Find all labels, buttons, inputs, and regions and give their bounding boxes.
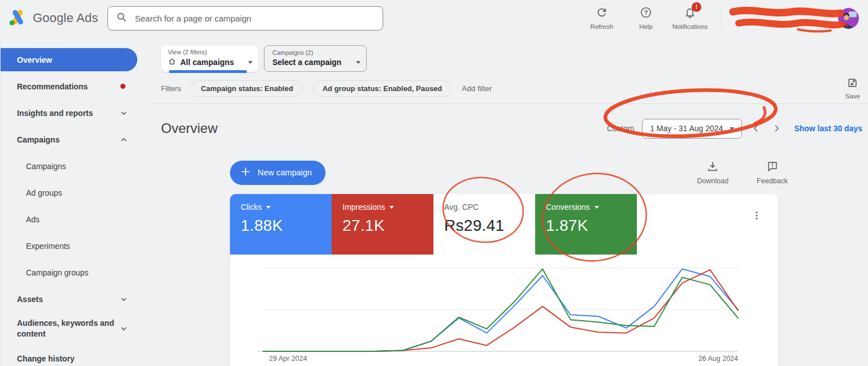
clicks-value: 1.88K bbox=[241, 217, 332, 235]
caret-down-icon bbox=[389, 206, 394, 209]
save-label: Save bbox=[845, 93, 860, 100]
svg-text:?: ? bbox=[644, 9, 648, 16]
previous-period-button[interactable] bbox=[750, 122, 762, 135]
main-content: View (2 filters) All campaigns Campaigns… bbox=[150, 36, 868, 366]
scorecard-conversions[interactable]: Conversions 1.87K bbox=[535, 194, 637, 255]
refresh-button[interactable]: Refresh bbox=[580, 6, 624, 30]
sidebar-item-experiments[interactable]: Experiments bbox=[1, 232, 150, 259]
new-campaign-button[interactable]: New campaign bbox=[230, 161, 326, 185]
brand-name: Google Ads bbox=[33, 11, 98, 25]
caret-down-icon bbox=[594, 206, 599, 209]
svg-text:!: ! bbox=[771, 162, 773, 169]
avg-cpc-value: Rs29.41 bbox=[444, 217, 535, 235]
page-title: Overview bbox=[161, 120, 218, 136]
x-axis-label-start: 29 Apr 2024 bbox=[269, 355, 307, 363]
card-menu-button[interactable] bbox=[750, 209, 763, 225]
filter-chip-campaign-status[interactable]: Campaign status: Enabled bbox=[191, 80, 302, 97]
scorecard-impressions[interactable]: Impressions 27.1K bbox=[332, 194, 433, 255]
notification-badge: ! bbox=[692, 2, 701, 12]
chevron-up-icon bbox=[120, 136, 127, 143]
campaign-selector-value: Select a campaign bbox=[272, 58, 341, 67]
search-input[interactable] bbox=[134, 13, 375, 24]
sidebar-item-campaign-groups[interactable]: Campaign groups bbox=[1, 259, 150, 286]
feedback-button[interactable]: ! Feedback bbox=[757, 160, 788, 185]
view-selector[interactable]: View (2 filters) All campaigns bbox=[161, 45, 258, 72]
feedback-icon: ! bbox=[766, 160, 779, 175]
caret-down-icon bbox=[266, 206, 271, 209]
topbar-divider bbox=[721, 7, 722, 29]
notifications-button[interactable]: ! Notifications bbox=[668, 6, 712, 30]
performance-line-chart: 29 Apr 2024 26 Aug 2024 bbox=[263, 266, 738, 363]
help-button[interactable]: ? Help bbox=[624, 6, 668, 30]
account-info-redacted[interactable] bbox=[727, 6, 834, 31]
scorecard-clicks[interactable]: Clicks 1.88K bbox=[230, 194, 332, 255]
help-label: Help bbox=[639, 23, 653, 30]
sidebar: Overview Recommendations Insights and re… bbox=[0, 36, 150, 366]
sidebar-item-change-history[interactable]: Change history bbox=[1, 345, 150, 366]
refresh-label: Refresh bbox=[591, 23, 613, 30]
save-button[interactable]: Save bbox=[845, 77, 860, 100]
filters-label: Filters bbox=[161, 84, 181, 93]
download-icon bbox=[706, 160, 719, 175]
show-last-30-days-link[interactable]: Show last 30 days bbox=[794, 124, 862, 133]
next-period-button[interactable] bbox=[770, 122, 783, 135]
recommendations-alert-dot bbox=[120, 84, 125, 89]
impressions-value: 27.1K bbox=[342, 217, 433, 235]
date-mode-label: Custom bbox=[607, 124, 634, 133]
download-label: Download bbox=[697, 177, 729, 185]
view-selector-value: All campaigns bbox=[180, 58, 234, 67]
feedback-label: Feedback bbox=[757, 177, 788, 185]
campaign-selector-label: Campaigns (2) bbox=[272, 49, 361, 56]
avatar[interactable] bbox=[838, 8, 859, 29]
date-range-picker[interactable]: 1 May - 31 Aug 2024 bbox=[642, 119, 742, 139]
overview-summary-card: Clicks 1.88K Impressions 27.1K Avg. CPC bbox=[230, 194, 778, 366]
sidebar-item-recommendations[interactable]: Recommendations bbox=[1, 73, 150, 100]
campaign-selector[interactable]: Campaigns (2) Select a campaign bbox=[264, 45, 367, 72]
sidebar-item-ads[interactable]: Ads bbox=[1, 206, 150, 232]
active-view-indicator bbox=[169, 70, 247, 73]
sidebar-item-campaigns-sub[interactable]: Campaigns bbox=[1, 153, 150, 179]
filter-chip-ad-group-status[interactable]: Ad group status: Enabled, Paused bbox=[313, 80, 452, 97]
caret-down-icon bbox=[730, 127, 734, 130]
sidebar-item-audiences-keywords-content[interactable]: Audiences, keywords and content bbox=[1, 312, 150, 345]
home-icon bbox=[168, 57, 176, 67]
chevron-down-icon bbox=[120, 325, 127, 332]
conversions-value: 1.87K bbox=[546, 217, 637, 235]
section-divider bbox=[150, 104, 868, 104]
google-ads-logo-icon bbox=[8, 8, 27, 28]
caret-down-icon bbox=[356, 61, 361, 64]
add-filter-button[interactable]: Add filter bbox=[462, 84, 492, 93]
sidebar-item-campaigns[interactable]: Campaigns bbox=[1, 126, 150, 153]
scorecard-avg-cpc[interactable]: Avg. CPC Rs29.41 bbox=[433, 194, 535, 255]
chevron-down-icon bbox=[120, 296, 127, 303]
sidebar-item-overview[interactable]: Overview bbox=[1, 48, 137, 71]
save-icon bbox=[847, 77, 858, 91]
google-ads-logo[interactable]: Google Ads bbox=[8, 8, 98, 28]
refresh-icon bbox=[596, 6, 608, 21]
search-icon bbox=[116, 11, 127, 25]
topbar: Google Ads Refresh ? Help ! Notification… bbox=[0, 0, 868, 36]
sidebar-item-ad-groups[interactable]: Ad groups bbox=[1, 179, 150, 206]
chevron-down-icon bbox=[120, 110, 127, 117]
caret-down-icon bbox=[248, 61, 253, 64]
date-range-value: 1 May - 31 Aug 2024 bbox=[650, 124, 723, 133]
view-selector-label: View (2 filters) bbox=[168, 49, 253, 55]
x-axis-label-end: 26 Aug 2024 bbox=[698, 355, 738, 363]
sidebar-item-insights-and-reports[interactable]: Insights and reports bbox=[1, 100, 150, 126]
download-button[interactable]: Download bbox=[697, 160, 729, 185]
sidebar-item-assets[interactable]: Assets bbox=[1, 286, 150, 312]
plus-icon bbox=[240, 166, 251, 179]
help-icon: ? bbox=[640, 6, 652, 21]
global-search[interactable] bbox=[107, 6, 383, 31]
chart-canvas bbox=[263, 266, 738, 352]
notifications-label: Notifications bbox=[672, 23, 708, 30]
new-campaign-label: New campaign bbox=[258, 168, 312, 177]
